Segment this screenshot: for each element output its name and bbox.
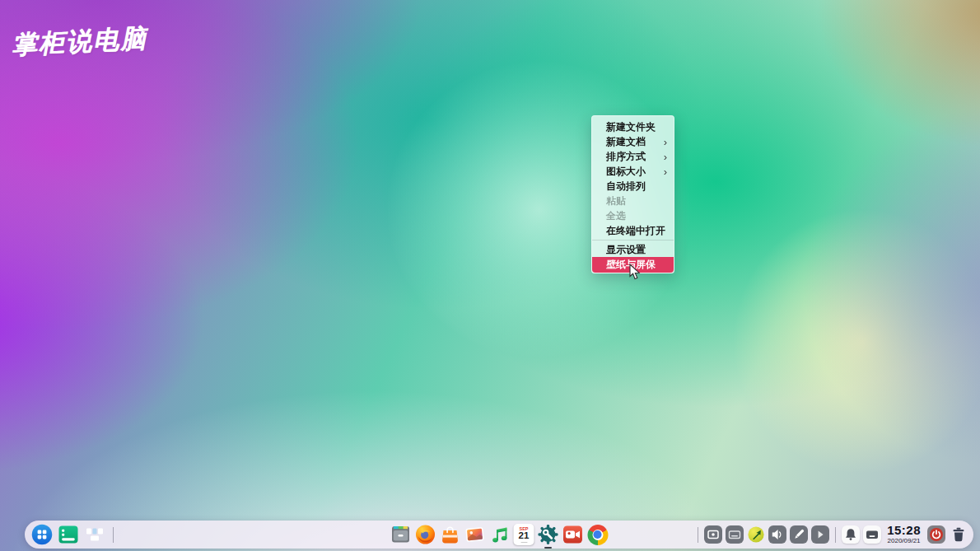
trash-icon[interactable] <box>950 525 968 544</box>
screen-capture-icon[interactable] <box>704 525 722 544</box>
dock-center-group: SEP 21 <box>390 521 609 549</box>
menu-item-paste: 粘贴 <box>592 194 674 208</box>
clock-time: 15:28 <box>887 525 921 536</box>
screen-recorder-icon[interactable] <box>562 523 584 546</box>
photos-icon[interactable] <box>464 523 486 546</box>
menu-item-select-all: 全选 <box>592 208 674 223</box>
file-manager-icon[interactable] <box>390 523 412 546</box>
pen-icon[interactable] <box>790 525 808 544</box>
menu-item-icon-size[interactable]: 图标大小 › <box>592 164 674 179</box>
desktop-wallpaper[interactable] <box>0 0 980 551</box>
calendar-icon[interactable]: SEP 21 <box>514 524 534 545</box>
desktop-context-menu: 新建文件夹 新建文档 › 排序方式 › 图标大小 › 自动排列 粘贴 全选 在终… <box>591 115 674 273</box>
app-store-icon[interactable] <box>440 523 461 546</box>
firefox-icon[interactable] <box>415 523 436 546</box>
dock-right-group: 15:28 2020/09/21 <box>695 521 968 549</box>
menu-item-sort-by[interactable]: 排序方式 › <box>592 149 674 164</box>
onboard-keyboard-icon[interactable] <box>863 525 881 544</box>
desktop-logo: 掌柜说电脑 <box>11 21 148 63</box>
mouse-cursor <box>628 264 641 281</box>
music-icon[interactable] <box>489 523 511 546</box>
multitasking-view-icon[interactable] <box>84 523 105 546</box>
clock-date: 2020/09/21 <box>888 537 921 544</box>
calendar-day-label: 21 <box>519 531 530 540</box>
chevron-right-icon: › <box>664 137 667 147</box>
dock-separator <box>835 527 836 543</box>
expand-arrow-icon[interactable] <box>811 525 829 544</box>
control-center-icon[interactable] <box>538 523 559 546</box>
volume-icon[interactable] <box>768 525 786 544</box>
remote-assist-icon[interactable] <box>747 525 765 544</box>
power-button[interactable] <box>926 525 946 544</box>
active-app-indicator <box>544 547 552 549</box>
dock-separator <box>698 527 698 543</box>
clock[interactable]: 15:28 2020/09/21 <box>887 525 921 544</box>
file-manager-green-icon[interactable] <box>58 523 79 546</box>
dock-separator <box>113 527 114 543</box>
menu-item-open-in-terminal[interactable]: 在终端中打开 <box>592 223 674 238</box>
menu-item-auto-arrange[interactable]: 自动排列 <box>592 179 674 194</box>
chevron-right-icon: › <box>664 166 667 177</box>
calendar-line <box>520 542 527 544</box>
menu-separator <box>592 240 674 240</box>
menu-item-display-settings[interactable]: 显示设置 <box>592 242 674 257</box>
notification-bell-icon[interactable] <box>842 525 860 544</box>
launcher-icon[interactable] <box>31 523 53 546</box>
virtual-keyboard-icon[interactable] <box>726 525 744 544</box>
dock-left-group <box>31 521 116 549</box>
menu-item-new-folder[interactable]: 新建文件夹 <box>592 119 674 134</box>
chevron-right-icon: › <box>664 152 667 162</box>
menu-item-new-document[interactable]: 新建文档 › <box>592 134 674 149</box>
dock: SEP 21 <box>25 521 973 549</box>
chrome-icon[interactable] <box>587 523 609 546</box>
